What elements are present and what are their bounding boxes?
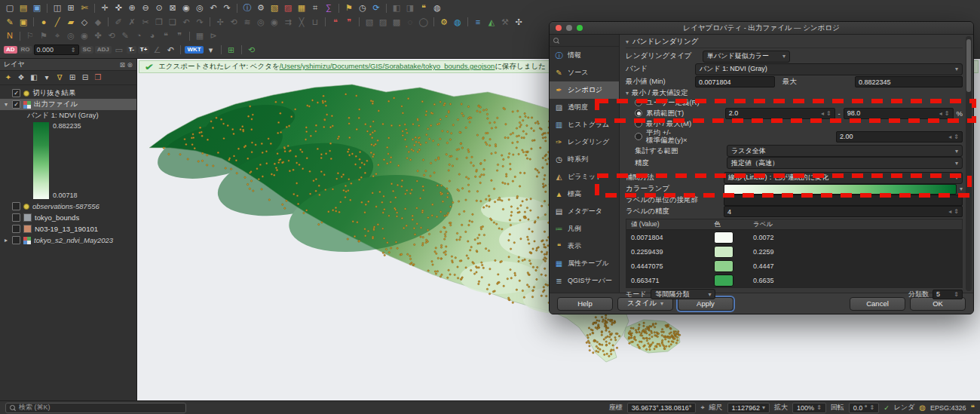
statistical-summary-icon[interactable]: ∑ <box>323 2 335 14</box>
layer-checkbox[interactable] <box>12 202 20 210</box>
digitize-line-icon[interactable]: ╱ <box>51 17 63 28</box>
dialog-tab-source[interactable]: ✎ソース <box>550 64 619 81</box>
zoom-full-icon[interactable]: ⊠ <box>167 2 179 14</box>
dialog-tab-information[interactable]: ⓘ情報 <box>550 47 619 64</box>
redo-icon[interactable]: ↷ <box>194 17 206 28</box>
label-show-hide-icon[interactable]: ◉ <box>78 30 90 41</box>
color-map-row[interactable]: 0.00718040.0072 <box>626 230 962 244</box>
layer-item-output[interactable]: ▾ ✓ 出力ファイル <box>0 99 136 110</box>
move-feature-icon[interactable]: ✢ <box>214 17 226 28</box>
coordinate-box[interactable]: 36.9673°,138.0816° <box>627 403 697 413</box>
plugin-misc-icon[interactable]: ✣ <box>513 17 525 28</box>
sc-constraint-icon[interactable]: SC <box>81 46 93 54</box>
chevron-down-icon[interactable]: ▾ <box>957 186 963 192</box>
dialog-tab-legend[interactable]: ≔凡例 <box>550 220 619 238</box>
digitize-point-icon[interactable]: ● <box>38 17 50 28</box>
color-swatch[interactable] <box>714 260 733 272</box>
mean-stddev-radio[interactable] <box>635 133 642 140</box>
dialog-tab-display[interactable]: ❝表示 <box>550 238 619 255</box>
expander-icon[interactable]: ▾ <box>3 101 9 108</box>
color-swatch[interactable] <box>714 232 733 244</box>
dialog-tab-attribute-table[interactable]: ▦属性テーブル <box>550 255 619 272</box>
scale-box[interactable]: 1:127962▾ <box>727 403 770 413</box>
zoom-to-layer-icon[interactable]: ◎ <box>194 2 206 14</box>
dialog-scrollbar[interactable] <box>966 36 972 291</box>
zoom-window-icon[interactable] <box>577 25 583 31</box>
run-feature-action-icon[interactable]: ⚙ <box>255 2 267 14</box>
undo-last-point-icon[interactable]: ↶ <box>164 44 176 56</box>
paste-features-icon[interactable]: ❏ <box>167 17 179 28</box>
add-group-icon[interactable]: ❖ <box>16 73 26 83</box>
style-manager-icon[interactable]: ✄ <box>78 2 90 14</box>
vertex-tool-current-icon[interactable]: ◆ <box>92 17 104 28</box>
filter-legend-icon[interactable]: ∇ <box>54 73 65 83</box>
color-map-row[interactable]: 0.6634710.6635 <box>626 273 962 287</box>
label-suffix-input[interactable] <box>724 195 963 206</box>
wkt-caret-icon[interactable]: ▾ <box>205 44 217 56</box>
stepper-icon[interactable]: ⇕ <box>954 291 959 298</box>
min-max-radio-row[interactable]: 最小 / 最大(M) <box>635 119 963 128</box>
dialog-tab-histogram[interactable]: ▥ヒストグラム <box>550 116 619 133</box>
layer-item-tokyo-bounds[interactable]: tokyo_bounds <box>0 212 136 223</box>
extent-tracking-icon[interactable]: ⌖ <box>700 403 704 412</box>
cumulative-high-input[interactable]: 98.0 ◂⇕ <box>844 108 954 119</box>
clear-icon[interactable]: ◂ <box>939 110 942 117</box>
grass-tools-icon[interactable]: ◭ <box>485 17 498 28</box>
offset-curve-icon[interactable]: ⇉ <box>282 17 294 28</box>
zoom-native-icon[interactable]: ⊙ <box>153 2 165 14</box>
help-button[interactable]: Help <box>557 297 613 311</box>
diagram-options-icon[interactable]: ◔ <box>133 30 145 41</box>
rotate-feature-icon[interactable]: ⟲ <box>228 17 240 28</box>
layer-item-clip-result[interactable]: ✓ 切り抜き結果 <box>0 87 136 99</box>
zoom-in-icon[interactable]: ⊕ <box>126 2 138 14</box>
annotation-tool-icon[interactable]: ❝ <box>418 2 430 14</box>
data-share-icon[interactable]: ⟲ <box>246 44 258 56</box>
sidebar-search[interactable] <box>550 35 619 47</box>
theme-caret-icon[interactable]: ▾ <box>41 73 52 83</box>
split-features-icon[interactable]: ╳ <box>296 17 308 28</box>
locator-search-input[interactable]: 検索 (⌘K) <box>5 403 186 413</box>
dialog-tab-metadata[interactable]: ▤メタデータ <box>550 203 619 220</box>
deselect-features-icon[interactable]: ▨ <box>282 2 294 14</box>
zoom-last-icon[interactable]: ↶ <box>207 2 219 14</box>
render-checkbox[interactable]: ✓ <box>884 404 890 412</box>
color-column-header[interactable]: 色 <box>714 220 753 229</box>
stddev-value-input[interactable]: 2.00 ◂⇕ <box>836 131 963 143</box>
user-defined-row[interactable]: ユーザー定義(R) <box>635 98 963 107</box>
layer-checkbox[interactable] <box>12 236 20 244</box>
layer-item-observations[interactable]: observations-587556 <box>0 201 136 212</box>
band-rendering-header[interactable]: ▾ バンドレンダリング <box>626 36 963 48</box>
add-to-table-icon[interactable]: ⊞ <box>225 44 237 56</box>
color-ramp-widget[interactable] <box>724 184 957 195</box>
stepper-icon[interactable]: ⇕ <box>826 110 831 117</box>
select-features-icon[interactable]: ▧ <box>268 2 280 14</box>
mode-select[interactable]: 等間隔分類▾ <box>651 289 715 299</box>
select-by-radius-icon[interactable]: ▨ <box>377 17 389 28</box>
project-save-icon[interactable]: ▣ <box>31 2 43 14</box>
layer-item-n03[interactable]: N03-19_13_190101 <box>0 223 136 235</box>
user-defined-radio[interactable] <box>635 99 642 106</box>
select-freehand-icon[interactable]: ◌ <box>404 17 416 28</box>
callout-add-icon[interactable]: ❝ <box>160 30 172 41</box>
read-only-toggle-icon[interactable]: RO <box>19 46 32 54</box>
select-polygon-icon[interactable]: ◯ <box>418 17 430 28</box>
cumulative-low-input[interactable]: 2.0 ◂⇕ <box>725 108 835 119</box>
label-move-icon[interactable]: ✤ <box>92 30 104 41</box>
statistics-extent-select[interactable]: ラスタ全体▾ <box>727 145 963 157</box>
rotation-box[interactable]: 0.0 °⇕ <box>849 403 879 413</box>
temporal-controller-icon[interactable]: ◷ <box>357 2 369 14</box>
distance-value-input[interactable]: 0.000⇕ <box>34 44 79 55</box>
pan-to-selection-icon[interactable]: ✜ <box>112 2 124 14</box>
undo-icon[interactable]: ↶ <box>180 17 192 28</box>
wkt-tools-icon[interactable]: WKT <box>185 46 203 54</box>
locator-globe-icon[interactable]: ◍ <box>431 2 443 14</box>
value-column-header[interactable]: 値 (Value) <box>626 220 714 229</box>
layer-item-ndvi[interactable]: ▸ tokyo_s2_ndvi_May2023 <box>0 235 136 246</box>
dialog-tab-symbology[interactable]: ✒シンボロジ <box>550 81 619 99</box>
panel-window-buttons[interactable]: ⊠ ⊗ <box>119 61 133 69</box>
color-map-row[interactable]: 0.44470750.4447 <box>626 259 962 273</box>
georeferencer-icon[interactable]: ◍ <box>452 17 464 28</box>
label-column-header[interactable]: ラベル <box>753 220 962 229</box>
common-angle-snapping-icon[interactable]: ∠ <box>151 44 163 56</box>
expander-icon[interactable]: ▸ <box>3 237 9 244</box>
